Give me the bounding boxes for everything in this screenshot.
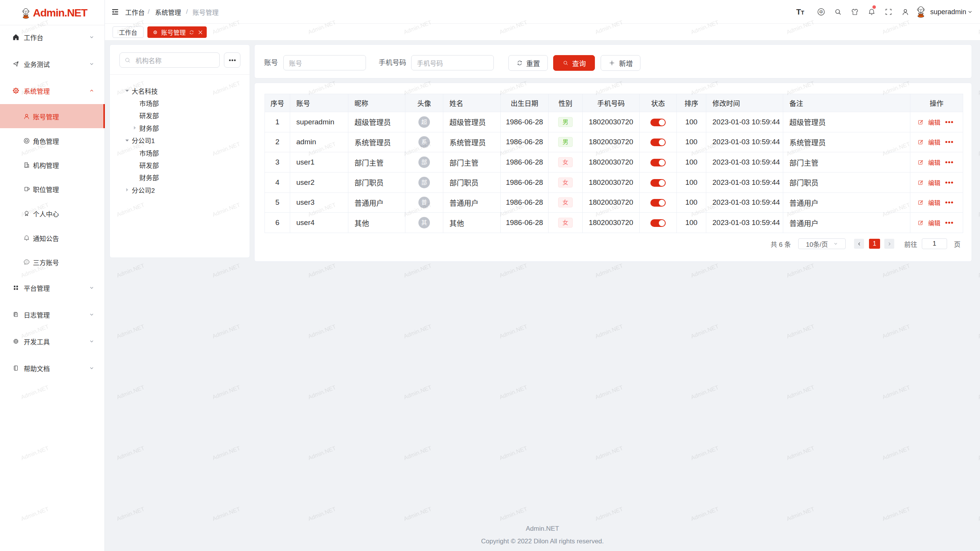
svg-text:中: 中 xyxy=(819,8,823,14)
